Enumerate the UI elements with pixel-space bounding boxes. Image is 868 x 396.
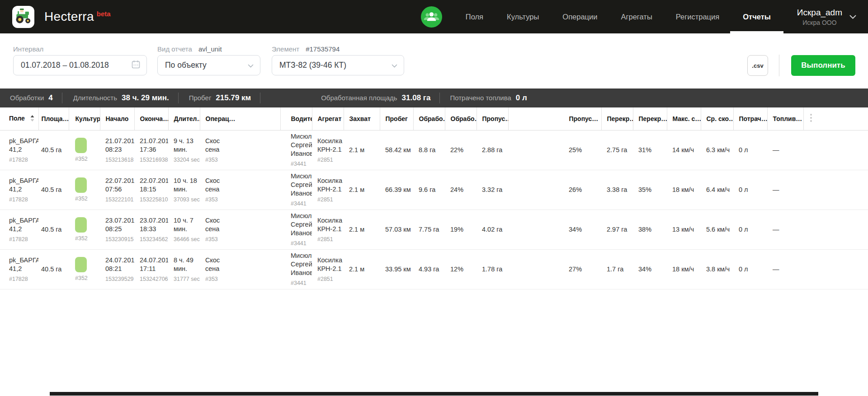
cell-value: 23.07.201 (140, 216, 167, 225)
col-header-width[interactable]: Захват (344, 107, 380, 130)
cell-value: 35% (638, 186, 666, 194)
col-header-area[interactable]: Площа… (38, 107, 69, 130)
col-header-skips_ha[interactable]: Пропус… (476, 107, 508, 130)
cell-value: 0 л (739, 186, 766, 194)
col-header-processed_pct[interactable]: Обрабо… (445, 107, 476, 130)
col-label: Обрабо… (451, 115, 477, 122)
col-header-overlaps_ha[interactable]: Перекр… (601, 107, 633, 130)
col-header-overlaps_pct[interactable]: Перекр… (633, 107, 667, 130)
app-logo[interactable] (12, 6, 34, 28)
summary-item-duration: Длительность 38 ч. 29 мин. (73, 93, 169, 102)
table-row[interactable]: pk_БАРГА41,2#1782840.5 га#35223.07.20108… (0, 210, 868, 249)
cell-value: 18 км/ч (672, 186, 700, 194)
summary-item-fuel: Потрачено топлива 0 л (450, 93, 527, 102)
cell-value: 10 ч. 18 (174, 177, 199, 185)
nav-item-cultures[interactable]: Культуры (507, 0, 539, 33)
cell-value: 7.75 га (419, 225, 444, 234)
cell-value: — (773, 265, 802, 274)
cell-value: Иванович (291, 189, 311, 198)
nav-item-registration[interactable]: Регистрация (676, 0, 719, 33)
cell-value: 9.6 га (419, 186, 444, 194)
cell-value: Косилка (317, 216, 343, 225)
cell-duration: 8 ч. 49мин.31777 sec (168, 249, 200, 289)
table-row[interactable]: pk_БАРГА41,2#1782840.5 га#35222.07.20107… (0, 170, 868, 210)
cell-sub: 31777 sec (174, 276, 199, 283)
col-header-max_speed[interactable]: Макс. с… (667, 107, 701, 130)
cell-sub: #3441 (291, 240, 311, 247)
cell-processed_ha: 4.93 га (413, 249, 445, 289)
col-header-driver[interactable]: Водите… (280, 107, 312, 130)
cell-fuel_spent: 0 л (733, 170, 767, 210)
col-header-end[interactable]: Оконча… (134, 107, 168, 130)
report-type-select[interactable]: По объекту (157, 55, 260, 75)
cell-value: 66.39 км (385, 186, 412, 194)
nav-item-implements[interactable]: Агрегаты (621, 0, 652, 33)
table-row[interactable]: pk_БАРГА41,2#1782840.5 га#35221.07.20108… (0, 130, 868, 170)
col-header-mileage[interactable]: Пробег (380, 107, 413, 130)
cell-value: 18 км/ч (672, 265, 700, 274)
cell-value: мин. (174, 265, 199, 273)
cell-value: 38% (638, 225, 666, 234)
element-select[interactable]: МТЗ-82 (39-46 КТ) (272, 55, 404, 75)
summary-label: Обработки (10, 94, 44, 102)
cell-overlaps_ha: 2.97 га (601, 210, 633, 249)
divider (439, 93, 440, 103)
user-menu[interactable]: Искра_adm Искра ООО (797, 8, 856, 26)
col-header-duration[interactable]: Длител… (168, 107, 200, 130)
col-header-implement[interactable]: Агрегат (312, 107, 344, 130)
culture-swatch (75, 257, 87, 272)
report-filters: Интервал 01.07.2018 – 01.08.2018 Вид отч… (0, 33, 868, 89)
cell-value: 1.78 га (482, 265, 507, 274)
col-label: Обрабо… (419, 115, 445, 122)
cell-value: 21.07.201 (140, 137, 167, 145)
col-header-processed_ha[interactable]: Обрабо… (413, 107, 445, 130)
cell-value: Косилка (317, 137, 343, 145)
col-header-culture[interactable]: Культура (69, 107, 100, 130)
horizontal-scrollbar (0, 391, 868, 396)
cell-processed_pct: 24% (445, 170, 476, 210)
table-row[interactable]: pk_БАРГА41,2#1782840.5 га#35224.07.20108… (0, 249, 868, 289)
team-button[interactable] (421, 6, 442, 28)
culture-swatch (75, 217, 87, 233)
cell-width: 2.1 м (344, 130, 380, 170)
cell-value: сена (205, 145, 279, 154)
col-header-operation[interactable]: Операц… (200, 107, 280, 130)
cell-overlaps_ha: 1.7 га (601, 249, 633, 289)
column-settings-button[interactable] (803, 107, 868, 130)
cell-value: 19% (450, 225, 476, 234)
col-header-skips_pct[interactable]: Пропус… (508, 107, 601, 130)
cell-value: 0 л (739, 146, 766, 154)
summary-item-mileage: Пробег 215.79 км (189, 93, 251, 102)
col-header-fuel_rate[interactable]: Топлив… (767, 107, 803, 130)
summary-label: Обработанная площадь (321, 94, 397, 102)
col-label: Начало (106, 115, 129, 122)
col-header-field[interactable]: Поле (0, 107, 38, 130)
summary-value: 215.79 км (216, 93, 251, 102)
cell-skips_pct: 25% (508, 130, 601, 170)
export-csv-button[interactable]: .csv (747, 55, 768, 76)
nav-item-fields[interactable]: Поля (466, 0, 483, 33)
cell-start: 24.07.20108:21153239529 (100, 249, 134, 289)
cell-field: pk_БАРГА41,2#17828 (0, 210, 38, 249)
col-label: Захват (349, 115, 371, 122)
run-report-button[interactable]: Выполнить (791, 55, 855, 76)
col-header-avg_speed[interactable]: Ср. ско… (701, 107, 733, 130)
col-header-start[interactable]: Начало (100, 107, 134, 130)
cell-value: Скос (205, 256, 279, 265)
cell-value: Иванович (291, 149, 311, 158)
cell-value: 25% (569, 146, 600, 154)
interval-input[interactable]: 01.07.2018 – 01.08.2018 (13, 55, 147, 75)
cell-fuel_rate: — (767, 170, 803, 210)
cell-max_speed: 18 км/ч (667, 170, 701, 210)
nav-item-reports[interactable]: Отчеты (743, 0, 771, 33)
element-hint: #17535794 (306, 45, 340, 53)
col-header-fuel_spent[interactable]: Потрач… (733, 107, 767, 130)
kebab-vertical-icon (808, 112, 814, 124)
nav-item-operations[interactable]: Операции (562, 0, 597, 33)
horizontal-scrollbar-thumb[interactable] (50, 392, 818, 396)
calendar-icon[interactable] (132, 60, 140, 71)
cell-culture: #352 (69, 210, 100, 249)
cell-max_speed: 18 км/ч (667, 249, 701, 289)
cell-actions (803, 170, 868, 210)
cell-driver: МисюльСергейИванович#3441 (280, 170, 312, 210)
